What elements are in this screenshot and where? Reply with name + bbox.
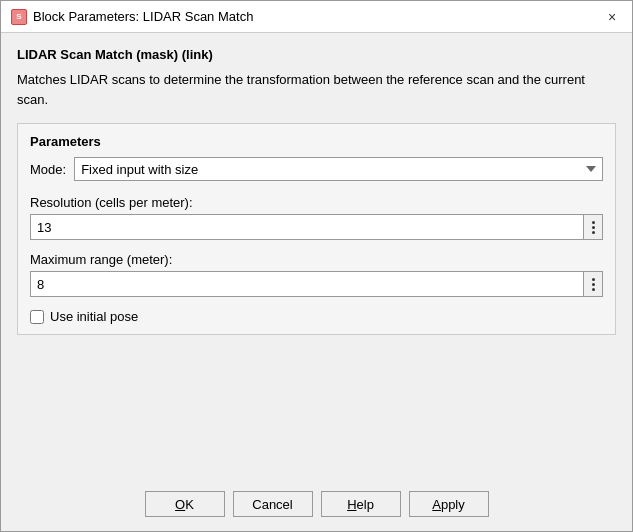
- resolution-group: Resolution (cells per meter):: [30, 195, 603, 240]
- max-range-group: Maximum range (meter):: [30, 252, 603, 297]
- dot1: [592, 221, 595, 224]
- max-range-menu-button[interactable]: [583, 271, 603, 297]
- title-bar-left: S Block Parameters: LIDAR Scan Match: [11, 9, 253, 25]
- ok-rest: K: [185, 497, 194, 512]
- use-initial-pose-label: Use initial pose: [50, 309, 138, 324]
- close-button[interactable]: ×: [602, 7, 622, 27]
- dialog: S Block Parameters: LIDAR Scan Match × L…: [0, 0, 633, 532]
- max-range-label: Maximum range (meter):: [30, 252, 603, 267]
- apply-underline-char: A: [432, 497, 441, 512]
- max-range-field-row: [30, 271, 603, 297]
- title-bar: S Block Parameters: LIDAR Scan Match ×: [1, 1, 632, 33]
- resolution-dots: [592, 221, 595, 234]
- dot2: [592, 226, 595, 229]
- apply-button[interactable]: Apply: [409, 491, 489, 517]
- checkbox-row: Use initial pose: [30, 309, 603, 324]
- footer: OK Cancel Help Apply: [1, 481, 632, 531]
- dot4: [592, 278, 595, 281]
- max-range-input[interactable]: [30, 271, 583, 297]
- mode-label: Mode:: [30, 162, 66, 177]
- block-icon: S: [11, 9, 27, 25]
- spacer: [17, 345, 616, 471]
- resolution-input[interactable]: [30, 214, 583, 240]
- resolution-menu-button[interactable]: [583, 214, 603, 240]
- help-underline-char: H: [347, 497, 356, 512]
- block-title: LIDAR Scan Match (mask) (link): [17, 47, 616, 62]
- apply-rest: pply: [441, 497, 465, 512]
- ok-underline-char: O: [175, 497, 185, 512]
- resolution-label: Resolution (cells per meter):: [30, 195, 603, 210]
- help-rest: elp: [357, 497, 374, 512]
- help-button[interactable]: Help: [321, 491, 401, 517]
- cancel-button[interactable]: Cancel: [233, 491, 313, 517]
- dot5: [592, 283, 595, 286]
- section-label: Parameters: [30, 134, 603, 149]
- parameters-section: Parameters Mode: Fixed input with size V…: [17, 123, 616, 335]
- dot3: [592, 231, 595, 234]
- resolution-field-row: [30, 214, 603, 240]
- dot6: [592, 288, 595, 291]
- description-text: Matches LIDAR scans to determine the tra…: [17, 70, 616, 109]
- mode-select[interactable]: Fixed input with size Variable input: [74, 157, 603, 181]
- use-initial-pose-checkbox[interactable]: [30, 310, 44, 324]
- dialog-title: Block Parameters: LIDAR Scan Match: [33, 9, 253, 24]
- mode-row: Mode: Fixed input with size Variable inp…: [30, 157, 603, 181]
- content-area: LIDAR Scan Match (mask) (link) Matches L…: [1, 33, 632, 481]
- ok-button[interactable]: OK: [145, 491, 225, 517]
- max-range-dots: [592, 278, 595, 291]
